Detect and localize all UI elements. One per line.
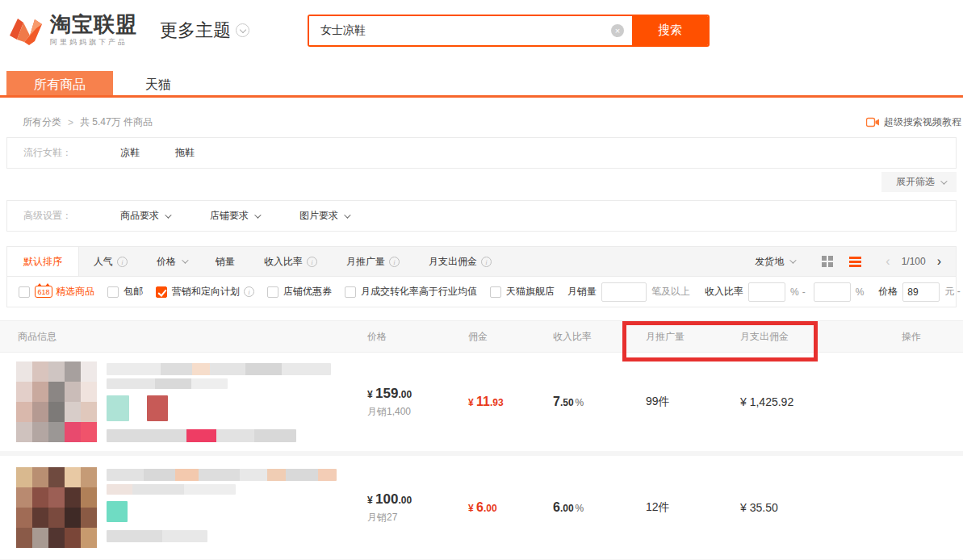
header-action: 操作 xyxy=(860,330,963,344)
expand-filters-button[interactable]: 展开筛选 xyxy=(881,172,957,192)
info-icon[interactable]: i xyxy=(389,257,400,267)
price-min-input[interactable] xyxy=(902,282,940,302)
result-count: 共 5.47万 件商品 xyxy=(80,115,153,129)
income-ratio-filter: 收入比率 % - % xyxy=(705,282,864,302)
image-requirements-label: 图片要求 xyxy=(299,209,338,223)
checkbox-featured-products[interactable]: 618 精选商品 xyxy=(19,285,94,299)
percent-sign: % xyxy=(576,397,584,408)
header-monthly-commission-paid: 月支出佣金 xyxy=(731,330,860,344)
grid-view-icon[interactable] xyxy=(822,256,833,267)
filter-option-slippers[interactable]: 拖鞋 xyxy=(175,146,195,160)
list-view-icon[interactable] xyxy=(849,257,861,267)
sort-sales[interactable]: 销量 xyxy=(201,247,249,276)
tab-all-products[interactable]: 所有商品 xyxy=(6,71,113,98)
dropdown-shop-requirements[interactable]: 店铺要求 xyxy=(210,209,259,223)
price-filter-label: 价格 xyxy=(878,285,898,299)
income-ratio-label: 收入比率 xyxy=(705,285,743,299)
checkbox-conversion-above-average[interactable]: 月成交转化率高于行业均值 xyxy=(345,285,477,299)
info-icon[interactable]: i xyxy=(481,257,492,267)
tab-bar: 所有商品 天猫 xyxy=(0,71,963,98)
dropdown-product-requirements[interactable]: 商品要求 xyxy=(120,209,170,223)
advanced-settings-box: 高级设置： 商品要求 店铺要求 图片要求 xyxy=(6,200,957,232)
price-int: 159 xyxy=(375,386,398,401)
income-ratio-cell: 7.50% xyxy=(545,395,638,409)
product-title-censored[interactable] xyxy=(107,361,331,442)
payout-amount: ¥ 1,425.92 xyxy=(740,395,793,408)
tmall-flagship-label: 天猫旗舰店 xyxy=(506,285,555,299)
checkbox-tmall-flagship[interactable]: 天猫旗舰店 xyxy=(490,285,555,299)
prev-page-icon[interactable]: ‹ xyxy=(882,255,893,268)
yuan-dash: 元 - xyxy=(944,285,960,299)
video-tutorial-link[interactable]: 超级搜索视频教程 xyxy=(866,115,961,129)
price-filter: 价格 元 - 元 xyxy=(878,282,963,302)
sort-monthly-commission-paid-label: 月支出佣金 xyxy=(429,255,477,269)
income-ratio-max-input[interactable] xyxy=(814,282,851,302)
checkbox-icon[interactable] xyxy=(345,286,356,298)
checkbox-icon[interactable] xyxy=(107,286,119,298)
dropdown-image-requirements[interactable]: 图片要求 xyxy=(299,209,349,223)
more-topics-menu[interactable]: 更多主题 xyxy=(160,19,249,43)
product-title-censored[interactable] xyxy=(107,467,337,548)
expand-filter-row: 展开筛选 xyxy=(6,172,957,192)
more-topics-label: 更多主题 xyxy=(160,19,231,43)
monthly-sales-input[interactable] xyxy=(601,282,647,302)
next-page-icon[interactable]: › xyxy=(934,255,944,268)
chevron-down-icon xyxy=(165,211,171,218)
clear-search-icon[interactable]: × xyxy=(611,24,624,37)
chevron-down-icon xyxy=(254,211,261,218)
logo-subtitle: 阿里妈妈旗下产品 xyxy=(50,37,137,48)
breadcrumb: 所有分类 > 共 5.47万 件商品 超级搜索视频教程 xyxy=(23,115,957,129)
shop-coupon-label: 店铺优惠券 xyxy=(283,285,332,299)
filter-option-sandals[interactable]: 凉鞋 xyxy=(120,146,140,160)
info-icon[interactable]: i xyxy=(307,257,317,267)
header-monthly-promotion: 月推广量 xyxy=(638,330,731,344)
page-indicator: 1/100 xyxy=(902,256,926,267)
income-ratio-min-input[interactable] xyxy=(748,282,785,302)
logo-title: 淘宝联盟 xyxy=(50,13,137,36)
checkbox-marketing-plan[interactable]: 营销和定向计划 i xyxy=(156,285,254,299)
sort-default[interactable]: 默认排序 xyxy=(7,247,79,276)
checkbox-free-shipping[interactable]: 包邮 xyxy=(107,285,143,299)
income-dec: .00 xyxy=(560,503,574,514)
header-price: 价格 xyxy=(351,330,452,344)
currency-sign: ¥ xyxy=(367,495,373,506)
checkbox-icon[interactable] xyxy=(490,286,501,298)
tab-tmall[interactable]: 天猫 xyxy=(113,71,203,98)
commission-dec: .00 xyxy=(484,503,497,514)
sort-price[interactable]: 价格 xyxy=(142,247,201,276)
search-button[interactable]: 搜索 xyxy=(632,16,708,45)
search-input[interactable] xyxy=(309,16,632,45)
sort-price-label: 价格 xyxy=(157,255,176,269)
checkbox-icon[interactable] xyxy=(267,286,278,298)
breadcrumb-category[interactable]: 所有分类 xyxy=(23,115,61,129)
advanced-settings-label: 高级设置： xyxy=(23,209,120,223)
ship-from-dropdown[interactable]: 发货地 xyxy=(755,255,794,269)
monthly-sales-filter: 月销量 笔及以上 xyxy=(567,282,690,302)
currency-sign: ¥ xyxy=(468,397,474,408)
promotion-count: 12件 xyxy=(646,500,670,513)
expand-filters-label: 展开筛选 xyxy=(896,175,935,189)
product-image-censored[interactable] xyxy=(16,361,97,442)
sort-income-ratio[interactable]: 收入比率 i xyxy=(249,247,332,276)
checkbox-checked-icon[interactable] xyxy=(156,286,167,298)
commission-int: 6 xyxy=(476,500,484,514)
table-row[interactable]: ¥ 159.00 月销1,400 ¥ 11.93 7.50% 99件 ¥ 1,4… xyxy=(0,353,963,456)
product-image-censored[interactable] xyxy=(16,467,97,548)
chevron-down-icon xyxy=(940,178,947,184)
checkbox-icon[interactable] xyxy=(19,286,30,298)
info-icon[interactable]: i xyxy=(117,257,128,267)
sort-monthly-promotion[interactable]: 月推广量 i xyxy=(332,247,414,276)
info-icon[interactable]: i xyxy=(244,286,254,297)
checkbox-shop-coupon[interactable]: 店铺优惠券 xyxy=(267,285,332,299)
taobao-union-logo[interactable]: 淘宝联盟 阿里妈妈旗下产品 xyxy=(8,13,137,48)
sort-popularity[interactable]: 人气 i xyxy=(79,247,142,276)
sort-monthly-commission-paid[interactable]: 月支出佣金 i xyxy=(414,247,506,276)
video-tutorial-label: 超级搜索视频教程 xyxy=(884,115,961,129)
currency-sign: ¥ xyxy=(367,389,373,400)
conversion-above-average-label: 月成交转化率高于行业均值 xyxy=(361,285,477,299)
table-row[interactable]: ¥ 100.00 月销27 ¥ 6.00 6.00% 12件 ¥ 35.50 xyxy=(0,456,963,559)
header-commission: 佣金 xyxy=(452,330,545,344)
product-info-cell xyxy=(0,467,351,548)
monthly-promotion-cell: 12件 xyxy=(638,500,731,515)
monthly-commission-paid-cell: ¥ 35.50 xyxy=(731,501,860,514)
